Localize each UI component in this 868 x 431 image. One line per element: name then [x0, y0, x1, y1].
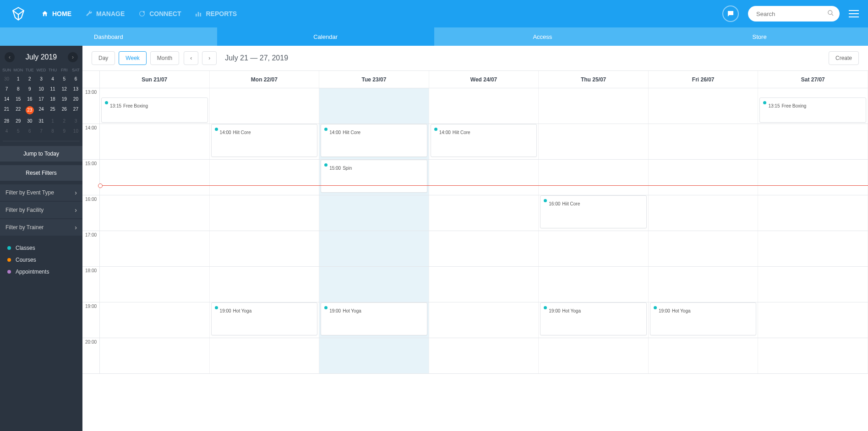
calendar-event[interactable]: 15:00Spin	[321, 160, 427, 193]
mini-cal-day[interactable]: 6	[24, 126, 35, 136]
mini-cal-day[interactable]: 29	[12, 116, 24, 126]
mini-cal-prev[interactable]: ‹	[5, 52, 15, 62]
create-button[interactable]: Create	[829, 51, 859, 65]
mini-cal-day[interactable]: 20	[70, 94, 82, 104]
day-cell[interactable]	[539, 160, 649, 195]
day-cell[interactable]	[100, 231, 210, 266]
day-cell[interactable]	[100, 195, 210, 231]
mini-cal-day[interactable]: 7	[1, 84, 12, 94]
mini-cal-day[interactable]: 22	[12, 104, 24, 116]
day-cell[interactable]	[210, 267, 320, 302]
calendar-event[interactable]: 14:00Hiit Core	[321, 124, 427, 157]
day-cell[interactable]	[429, 267, 539, 302]
mini-cal-day[interactable]: 10	[35, 84, 47, 94]
mini-cal-day[interactable]: 24	[35, 104, 47, 116]
nav-manage[interactable]: MANAGE	[85, 10, 125, 17]
view-month-button[interactable]: Month	[150, 51, 179, 65]
day-cell[interactable]: 14:00Hiit Core	[319, 124, 429, 159]
day-cell[interactable]	[210, 160, 320, 195]
mini-cal-day[interactable]: 8	[47, 126, 59, 136]
day-cell[interactable]	[210, 231, 320, 266]
day-cell[interactable]	[100, 302, 210, 338]
calendar-event[interactable]: 14:00Hiit Core	[431, 124, 537, 157]
mini-cal-day[interactable]: 4	[1, 126, 12, 136]
mini-cal-next[interactable]: ›	[68, 52, 78, 62]
view-day-button[interactable]: Day	[92, 51, 115, 65]
day-cell[interactable]	[758, 195, 868, 231]
day-cell[interactable]	[649, 267, 759, 302]
search-input[interactable]	[748, 6, 840, 22]
day-cell[interactable]	[319, 267, 429, 302]
day-cell[interactable]: 19:00Hot Yoga	[539, 302, 649, 338]
mini-cal-day[interactable]: 25	[47, 104, 59, 116]
day-cell[interactable]: 14:00Hiit Core	[429, 124, 539, 159]
day-cell[interactable]	[210, 338, 320, 373]
day-cell[interactable]	[210, 195, 320, 231]
mini-cal-day[interactable]: 16	[24, 94, 35, 104]
mini-cal-day[interactable]: 27	[70, 104, 82, 116]
day-cell[interactable]	[429, 195, 539, 231]
calendar-event[interactable]: 13:15Free Boxing	[759, 97, 866, 123]
day-cell[interactable]	[539, 88, 649, 124]
jump-today-button[interactable]: Jump to Today	[0, 146, 82, 162]
filter-event-type[interactable]: Filter by Event Type ›	[0, 184, 82, 201]
mini-cal-day[interactable]: 1	[47, 116, 59, 126]
day-cell[interactable]	[758, 231, 868, 266]
view-week-button[interactable]: Week	[119, 51, 146, 65]
mini-cal-day[interactable]: 30	[24, 116, 35, 126]
mini-cal-day[interactable]: 19	[59, 94, 70, 104]
mini-cal-day[interactable]: 2	[59, 116, 70, 126]
calendar-event[interactable]: 19:00Hot Yoga	[321, 302, 427, 335]
day-cell[interactable]	[649, 88, 759, 124]
mini-cal-day[interactable]: 1	[12, 74, 24, 84]
next-week-button[interactable]: ›	[202, 51, 217, 65]
prev-week-button[interactable]: ‹	[184, 51, 198, 65]
day-cell[interactable]	[429, 302, 539, 338]
tab-access[interactable]: Access	[434, 27, 651, 46]
nav-reports[interactable]: REPORTS	[195, 10, 237, 17]
mini-cal-day[interactable]: 18	[47, 94, 59, 104]
nav-home[interactable]: HOME	[41, 10, 71, 17]
day-cell[interactable]	[100, 124, 210, 159]
chat-button[interactable]	[722, 5, 739, 22]
day-cell[interactable]	[429, 338, 539, 373]
mini-cal-day[interactable]: 9	[59, 126, 70, 136]
mini-cal-day[interactable]: 2	[24, 74, 35, 84]
nav-connect[interactable]: CONNECT	[138, 10, 181, 17]
mini-cal-day[interactable]: 5	[12, 126, 24, 136]
day-cell[interactable]	[649, 338, 759, 373]
mini-cal-day[interactable]: 11	[47, 84, 59, 94]
calendar-event[interactable]: 14:00Hiit Core	[211, 124, 318, 157]
mini-cal-day[interactable]: 14	[1, 94, 12, 104]
day-cell[interactable]	[539, 267, 649, 302]
day-cell[interactable]	[100, 338, 210, 373]
day-cell[interactable]	[758, 338, 868, 373]
tab-dashboard[interactable]: Dashboard	[0, 27, 217, 46]
day-cell[interactable]	[539, 231, 649, 266]
day-cell[interactable]: 15:00Spin	[319, 160, 429, 195]
day-cell[interactable]	[649, 231, 759, 266]
mini-cal-day[interactable]: 5	[59, 74, 70, 84]
calendar-event[interactable]: 16:00Hiit Core	[540, 195, 647, 228]
mini-cal-day[interactable]: 28	[1, 116, 12, 126]
mini-cal-day[interactable]: 17	[35, 94, 47, 104]
tab-calendar[interactable]: Calendar	[217, 27, 434, 46]
day-cell[interactable]	[319, 338, 429, 373]
day-cell[interactable]	[539, 124, 649, 159]
day-cell[interactable]	[429, 88, 539, 124]
day-cell[interactable]: 19:00Hot Yoga	[319, 302, 429, 338]
day-cell[interactable]	[758, 160, 868, 195]
day-cell[interactable]	[429, 231, 539, 266]
calendar-event[interactable]: 19:00Hot Yoga	[540, 302, 647, 335]
mini-cal-day[interactable]: 26	[59, 104, 70, 116]
day-cell[interactable]: 19:00Hot Yoga	[210, 302, 320, 338]
day-cell[interactable]	[539, 338, 649, 373]
mini-cal-day[interactable]: 3	[70, 116, 82, 126]
day-cell[interactable]: 16:00Hiit Core	[539, 195, 649, 231]
mini-cal-day[interactable]: 10	[70, 126, 82, 136]
day-cell[interactable]	[649, 160, 759, 195]
filter-facility[interactable]: Filter by Facility ›	[0, 202, 82, 218]
mini-cal-day[interactable]: 12	[59, 84, 70, 94]
day-cell[interactable]	[100, 267, 210, 302]
calendar-event[interactable]: 19:00Hot Yoga	[211, 302, 318, 335]
